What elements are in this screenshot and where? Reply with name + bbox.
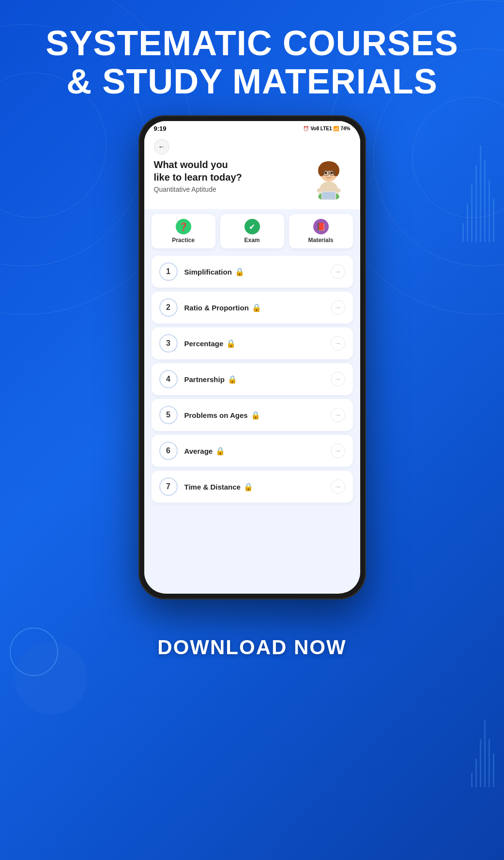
page-title: SYSTEMATIC COURSES & STUDY MATERIALS xyxy=(26,0,478,115)
download-label[interactable]: DOWNLOAD NOW xyxy=(157,636,346,659)
course-number-4: 4 xyxy=(159,370,178,388)
app-header-text: What would you like to learn today? Quan… xyxy=(154,158,242,193)
back-button[interactable]: ← xyxy=(154,139,169,154)
course-number-5: 5 xyxy=(159,406,178,424)
course-item-7[interactable]: 7 Time & Distance 🔒 → xyxy=(152,471,353,503)
status-time: 9:19 xyxy=(154,125,167,132)
battery-icon: 74% xyxy=(340,126,350,131)
svg-point-13 xyxy=(330,172,333,174)
course-name-4: Partnership 🔒 xyxy=(184,375,324,384)
app-header: ← What would you like to learn today? Qu… xyxy=(144,134,360,209)
app-subject: Quantitative Aptitude xyxy=(154,185,242,193)
exam-label: Exam xyxy=(244,237,260,244)
lock-icon-3: 🔒 xyxy=(226,339,236,348)
status-icons: ⏰ Vo8 LTE1 📶 74% xyxy=(303,126,350,131)
lock-icon-5: 🔒 xyxy=(251,411,260,420)
course-name-7: Time & Distance 🔒 xyxy=(184,482,324,491)
svg-point-10 xyxy=(318,165,325,176)
alarm-icon: ⏰ xyxy=(303,126,309,131)
decorative-lines-bottom-right xyxy=(471,715,494,787)
lock-icon-6: 🔒 xyxy=(215,446,225,456)
course-arrow-5[interactable]: → xyxy=(331,408,345,422)
course-number-3: 3 xyxy=(159,334,178,353)
practice-label: Practice xyxy=(172,237,195,244)
course-number-7: 7 xyxy=(159,477,178,496)
course-name-5: Problems on Ages 🔒 xyxy=(184,411,324,420)
signal-icon: Vo8 LTE1 xyxy=(310,126,332,131)
exam-icon: ✔ xyxy=(244,219,260,234)
wifi-icon: 📶 xyxy=(333,126,339,131)
materials-label: Materials xyxy=(308,237,333,244)
tab-exam[interactable]: ✔ Exam xyxy=(220,214,284,248)
bg-ellipse xyxy=(15,642,87,715)
course-name-2: Ratio & Proportion 🔒 xyxy=(184,303,324,312)
tab-materials[interactable]: 📕 Materials xyxy=(289,214,353,248)
status-bar: 9:19 ⏰ Vo8 LTE1 📶 74% xyxy=(144,121,360,134)
phone-mockup: 9:19 ⏰ Vo8 LTE1 📶 74% ← What would xyxy=(138,115,366,624)
course-item-1[interactable]: 1 Simplification 🔒 → xyxy=(152,256,353,288)
course-name-6: Average 🔒 xyxy=(184,446,324,456)
practice-icon: ❓ xyxy=(176,219,191,234)
app-header-content: What would you like to learn today? Quan… xyxy=(154,158,351,202)
phone-screen: 9:19 ⏰ Vo8 LTE1 📶 74% ← What would xyxy=(144,121,360,594)
course-number-6: 6 xyxy=(159,442,178,460)
lock-icon-2: 🔒 xyxy=(252,303,261,312)
phone-outer: 9:19 ⏰ Vo8 LTE1 📶 74% ← What would xyxy=(138,115,366,599)
course-arrow-2[interactable]: → xyxy=(331,300,345,315)
course-item-5[interactable]: 5 Problems on Ages 🔒 → xyxy=(152,399,353,431)
course-number-2: 2 xyxy=(159,298,178,317)
tab-section: ❓ Practice ✔ Exam 📕 Materials xyxy=(144,209,360,253)
lock-icon-4: 🔒 xyxy=(228,375,237,384)
student-illustration xyxy=(307,158,351,202)
tab-practice[interactable]: ❓ Practice xyxy=(152,214,215,248)
student-avatar xyxy=(307,158,351,202)
course-arrow-7[interactable]: → xyxy=(331,479,345,494)
course-arrow-4[interactable]: → xyxy=(331,372,345,386)
bg-ellipse-ring xyxy=(10,628,58,676)
course-item-3[interactable]: 3 Percentage 🔒 → xyxy=(152,327,353,359)
svg-rect-7 xyxy=(322,192,335,199)
materials-icon: 📕 xyxy=(313,219,329,234)
course-name-1: Simplification 🔒 xyxy=(184,267,324,276)
app-content: ← What would you like to learn today? Qu… xyxy=(144,134,360,592)
course-item-2[interactable]: 2 Ratio & Proportion 🔒 → xyxy=(152,292,353,323)
lock-icon-1: 🔒 xyxy=(235,267,244,276)
svg-point-12 xyxy=(324,172,327,174)
course-arrow-6[interactable]: → xyxy=(331,444,345,458)
download-footer: DOWNLOAD NOW xyxy=(157,624,346,671)
course-item-6[interactable]: 6 Average 🔒 → xyxy=(152,435,353,467)
course-arrow-3[interactable]: → xyxy=(331,336,345,351)
course-list: 1 Simplification 🔒 → 2 Ratio & Proportio… xyxy=(144,253,360,505)
svg-point-11 xyxy=(333,165,339,176)
app-heading: What would you like to learn today? xyxy=(154,158,242,184)
decorative-lines-right xyxy=(462,145,494,242)
course-arrow-1[interactable]: → xyxy=(331,264,345,279)
course-item-4[interactable]: 4 Partnership 🔒 → xyxy=(152,363,353,395)
lock-icon-7: 🔒 xyxy=(244,482,253,491)
course-name-3: Percentage 🔒 xyxy=(184,339,324,348)
course-number-1: 1 xyxy=(159,262,178,281)
